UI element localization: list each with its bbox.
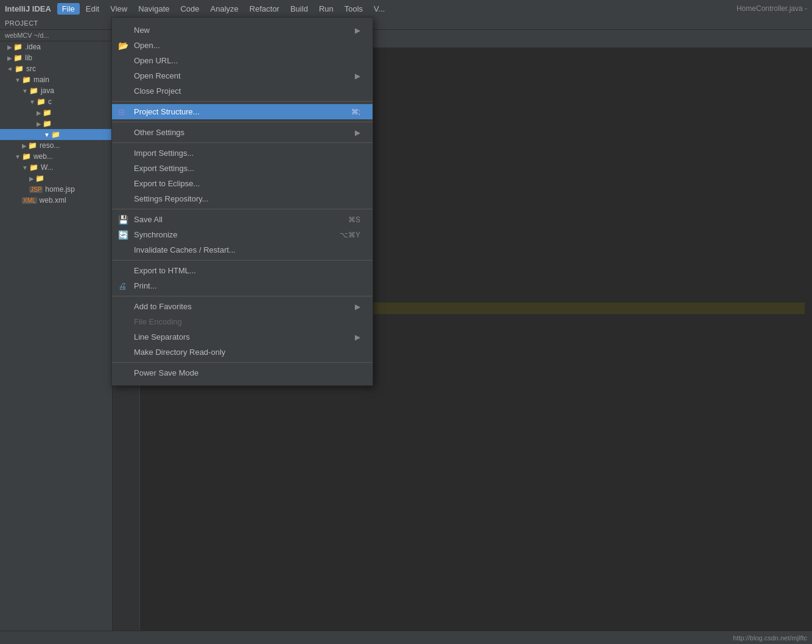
menu-item-export-html[interactable]: Export to HTML...: [112, 263, 373, 278]
menu-item-open[interactable]: 📂 Open...: [112, 38, 373, 53]
submenu-arrow-icon: ▶: [355, 26, 360, 35]
menu-item-file-encoding: File Encoding: [112, 314, 373, 329]
menu-item-label: Power Save Mode: [134, 368, 198, 377]
menu-group-8: Power Save Mode: [112, 362, 373, 383]
menu-item-add-favorites[interactable]: Add to Favorites ▶: [112, 299, 373, 314]
menu-item-synchronize[interactable]: 🔄 Synchronize ⌥⌘Y: [112, 227, 373, 242]
menu-group-6: Export to HTML... 🖨 Print...: [112, 260, 373, 296]
menu-item-invalidate-caches[interactable]: Invalidate Caches / Restart...: [112, 242, 373, 257]
menu-item-make-readonly[interactable]: Make Directory Read-only: [112, 345, 373, 360]
menu-item-label: Open Recent: [134, 71, 181, 80]
shortcut-label: ⌘;: [351, 108, 360, 116]
menu-item-label: Export to HTML...: [134, 266, 196, 275]
submenu-arrow-icon: ▶: [355, 72, 360, 80]
submenu-arrow-icon: ▶: [355, 333, 360, 341]
menu-item-label: File Encoding: [134, 317, 182, 326]
menu-item-label: Settings Repository...: [134, 194, 209, 203]
menu-item-label: Save All: [134, 215, 163, 224]
shortcut-label: ⌘S: [348, 215, 360, 224]
menu-item-open-url[interactable]: Open URL...: [112, 53, 373, 68]
menu-item-label: New: [134, 26, 150, 35]
menu-group-7: Add to Favorites ▶ File Encoding Line Se…: [112, 296, 373, 362]
dropdown-menu: New ▶ 📂 Open... Open URL... Open Recent …: [111, 17, 373, 386]
menu-item-label: Export to Eclipse...: [134, 179, 200, 188]
menu-item-line-separators[interactable]: Line Separators ▶: [112, 329, 373, 345]
menu-group-1: New ▶ 📂 Open... Open URL... Open Recent …: [112, 20, 373, 101]
menu-item-label: Make Directory Read-only: [134, 348, 225, 357]
menu-item-label: Other Settings: [134, 128, 184, 137]
menu-item-label: Import Settings...: [134, 149, 194, 158]
shortcut-label: ⌥⌘Y: [340, 231, 360, 239]
menu-item-label: Print...: [134, 281, 157, 290]
menu-item-export-settings[interactable]: Export Settings...: [112, 161, 373, 176]
menu-item-save-all[interactable]: 💾 Save All ⌘S: [112, 212, 373, 227]
grid-icon: ⊞: [118, 107, 125, 117]
save-icon: 💾: [118, 215, 128, 225]
menu-item-settings-repo[interactable]: Settings Repository...: [112, 191, 373, 206]
menu-item-export-eclipse[interactable]: Export to Eclipse...: [112, 176, 373, 191]
menu-item-label: Project Structure...: [134, 107, 200, 116]
menu-item-label: Export Settings...: [134, 164, 194, 173]
menu-group-5: 💾 Save All ⌘S 🔄 Synchronize ⌥⌘Y Invalida…: [112, 209, 373, 260]
menu-item-label: Invalidate Caches / Restart...: [134, 245, 236, 254]
sync-icon: 🔄: [118, 230, 128, 240]
submenu-arrow-icon: ▶: [355, 128, 360, 137]
menu-group-3: Other Settings ▶: [112, 122, 373, 142]
menu-group-2: ⊞ Project Structure... ⌘;: [112, 101, 373, 122]
print-icon: 🖨: [118, 281, 127, 291]
menu-item-other-settings[interactable]: Other Settings ▶: [112, 125, 373, 140]
menu-item-label: Line Separators: [134, 332, 190, 341]
menu-item-print[interactable]: 🖨 Print...: [112, 278, 373, 293]
menu-item-label: Open URL...: [134, 56, 178, 65]
menu-item-label: Open...: [134, 41, 160, 50]
menu-item-open-recent[interactable]: Open Recent ▶: [112, 68, 373, 83]
menu-item-project-structure[interactable]: ⊞ Project Structure... ⌘;: [112, 104, 373, 119]
menu-item-label: Synchronize: [134, 230, 178, 239]
menu-item-label: Add to Favorites: [134, 302, 192, 311]
open-folder-icon: 📂: [118, 41, 128, 51]
submenu-arrow-icon: ▶: [355, 303, 360, 311]
menu-item-import-settings[interactable]: Import Settings...: [112, 145, 373, 161]
menu-item-close-project[interactable]: Close Project: [112, 83, 373, 99]
menu-group-4: Import Settings... Export Settings... Ex…: [112, 142, 373, 209]
menu-item-new[interactable]: New ▶: [112, 23, 373, 38]
menu-item-label: Close Project: [134, 86, 181, 96]
dropdown-overlay[interactable]: New ▶ 📂 Open... Open URL... Open Recent …: [0, 0, 812, 644]
menu-item-power-save[interactable]: Power Save Mode: [112, 365, 373, 380]
